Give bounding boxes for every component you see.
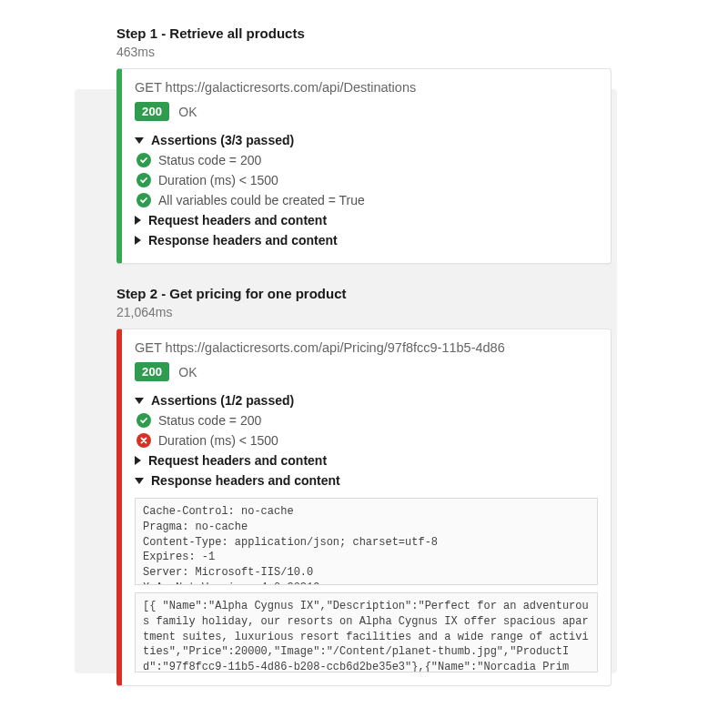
chevron-down-icon	[135, 478, 144, 484]
step-card: GET https://galacticresorts.com/api/Pric…	[116, 329, 612, 686]
step-title: Step 1 - Retrieve all products	[116, 25, 612, 41]
response-body-box[interactable]: [{ "Name":"Alpha Cygnus IX","Description…	[135, 592, 598, 672]
request-url: https://galacticresorts.com/api/Pricing/…	[166, 340, 505, 355]
request-method: GET	[135, 340, 166, 355]
status-code-badge: 200	[135, 102, 169, 121]
status-row: 200OK	[135, 102, 598, 121]
section-toggle[interactable]: Response headers and content	[135, 470, 598, 490]
assertion-text: All variables could be created = True	[158, 193, 365, 207]
step-duration: 463ms	[116, 45, 612, 59]
check-circle-icon	[136, 153, 151, 167]
step-title: Step 2 - Get pricing for one product	[116, 286, 612, 301]
assertion-row: Status code = 200	[135, 150, 598, 170]
assertion-row: All variables could be created = True	[135, 190, 598, 210]
assertion-row: Duration (ms) < 1500	[135, 430, 598, 450]
section-toggle[interactable]: Request headers and content	[135, 210, 598, 230]
request-method: GET	[135, 80, 166, 95]
section-toggle[interactable]: Request headers and content	[135, 450, 598, 470]
section-label: Request headers and content	[148, 453, 327, 468]
x-circle-icon	[136, 433, 151, 448]
chevron-right-icon	[135, 216, 141, 225]
check-circle-icon	[136, 193, 151, 207]
assertion-row: Status code = 200	[135, 410, 598, 430]
chevron-down-icon	[135, 137, 144, 144]
request-line: GET https://galacticresorts.com/api/Dest…	[135, 80, 598, 95]
section-label: Request headers and content	[148, 213, 327, 228]
response-headers-box[interactable]: Cache-Control: no-cache Pragma: no-cache…	[135, 498, 598, 585]
status-code-badge: 200	[135, 362, 169, 381]
step-duration: 21,064ms	[116, 305, 612, 319]
assertion-text: Duration (ms) < 1500	[158, 173, 278, 187]
assertions-toggle[interactable]: Assertions (1/2 passed)	[135, 390, 598, 410]
section-toggle[interactable]: Response headers and content	[135, 230, 598, 250]
section-label: Response headers and content	[148, 233, 338, 248]
section-label: Response headers and content	[151, 473, 340, 488]
assertions-header: Assertions (1/2 passed)	[151, 393, 294, 408]
status-text: OK	[178, 365, 197, 379]
check-circle-icon	[136, 173, 151, 187]
check-circle-icon	[136, 413, 151, 428]
assertion-text: Status code = 200	[158, 413, 261, 428]
status-text: OK	[178, 105, 197, 119]
chevron-right-icon	[135, 236, 141, 245]
assertion-row: Duration (ms) < 1500	[135, 170, 598, 190]
assertions-toggle[interactable]: Assertions (3/3 passed)	[135, 130, 598, 150]
step-card: GET https://galacticresorts.com/api/Dest…	[116, 68, 612, 264]
assertion-text: Status code = 200	[158, 153, 261, 167]
assertion-text: Duration (ms) < 1500	[158, 433, 278, 448]
chevron-down-icon	[135, 398, 144, 404]
request-url: https://galacticresorts.com/api/Destinat…	[166, 80, 417, 95]
status-row: 200OK	[135, 362, 598, 381]
request-line: GET https://galacticresorts.com/api/Pric…	[135, 340, 598, 355]
chevron-right-icon	[135, 456, 141, 465]
assertions-header: Assertions (3/3 passed)	[151, 133, 294, 147]
